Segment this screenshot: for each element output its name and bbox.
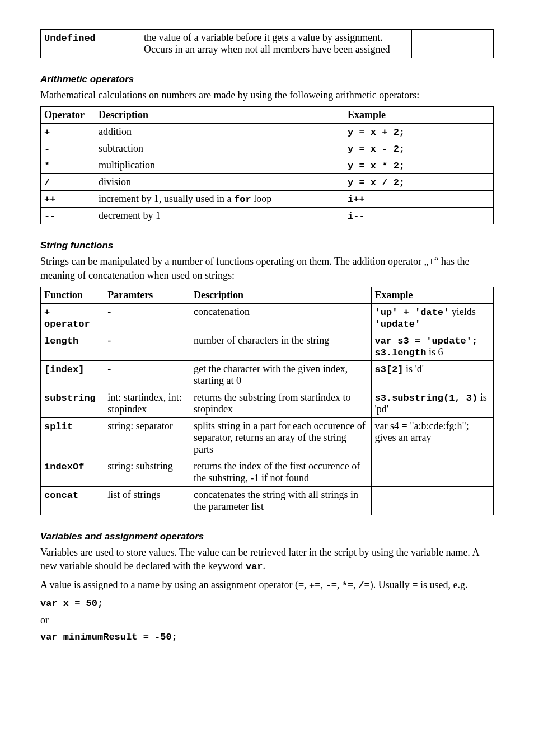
function-params: string: substring [104,458,190,486]
type-name: Undefined [44,33,96,44]
function-desc: get the character with the given index, … [190,360,371,389]
operator: - [44,144,50,154]
function-name: length [44,336,78,346]
table-row: [index] - get the character with the giv… [41,360,494,389]
function-desc: returns the index of the first occurence… [190,458,371,486]
table-row: - subtraction y = x - 2; [41,140,494,157]
function-name: + operator [44,307,90,330]
table-row: concat list of strings concatenates the … [41,486,494,515]
function-example [371,486,493,515]
operator: / [44,177,50,188]
function-params: list of strings [104,486,190,515]
function-example: 'up' + 'date' yields 'update' [371,303,493,332]
code-example-1: var x = 50; [40,598,494,609]
table-row: indexOf string: substring returns the in… [41,458,494,486]
table-row: length - number of characters in the str… [41,332,494,360]
table-header-row: Function Paramters Description Example [41,287,494,303]
string-functions-intro: Strings can be manipulated by a number o… [40,255,494,282]
operator-desc: multiplication [95,157,344,174]
string-functions-table: Function Paramters Description Example +… [40,287,494,515]
operator-desc: subtraction [95,140,344,157]
arithmetic-intro: Mathematical calculations on numbers are… [40,88,494,102]
col-description: Description [190,287,371,303]
operator-example: i-- [348,211,365,222]
operator: + [44,127,50,138]
col-parameters: Paramters [104,287,190,303]
or-text: or [40,614,494,626]
code-example-2: var minimumResult = -50; [40,632,494,642]
function-example: s3.substring(1, 3) is 'pd' [371,389,493,417]
operator-example: y = x + 2; [348,127,405,138]
operator: ++ [44,194,55,205]
function-name: [index] [44,364,84,375]
function-params: - [104,360,190,389]
function-example [371,458,493,486]
string-functions-heading: String functions [40,240,494,251]
table-row: / division y = x / 2; [41,174,494,191]
table-row: + addition y = x + 2; [41,124,494,140]
operator-example: y = x - 2; [348,144,405,154]
operator: -- [44,211,55,222]
function-name: split [44,421,73,432]
col-description: Description [95,107,344,124]
table-row: -- decrement by 1 i-- [41,208,494,224]
function-name: substring [44,393,96,403]
function-params: - [104,332,190,360]
function-example: var s3 = 'update'; s3.length is 6 [371,332,493,360]
col-function: Function [41,287,104,303]
arithmetic-heading: Arithmetic operators [40,74,494,85]
function-desc: splits string in a part for each occuren… [190,417,371,458]
table-row: substring int: startindex, int: stopinde… [41,389,494,417]
table-row: ++ increment by 1, usually used in a for… [41,191,494,208]
function-name: indexOf [44,462,84,472]
col-example: Example [371,287,493,303]
function-desc: concatenation [190,303,371,332]
col-example: Example [344,107,494,124]
operator-desc: increment by 1, usually used in a for lo… [95,191,344,208]
variables-paragraph-1: Variables are used to store values. The … [40,546,494,574]
function-example: var s4 = "a:b:cde:fg:h"; gives an array [371,417,493,458]
function-params: - [104,303,190,332]
function-desc: returns the substring from startindex to… [190,389,371,417]
table-header-row: Operator Description Example [41,107,494,124]
type-desc: the value of a variable before it gets a… [140,30,411,58]
operator: * [44,161,50,171]
operator-example: y = x / 2; [348,177,405,188]
function-desc: concatenates the string with all strings… [190,486,371,515]
operator-desc: decrement by 1 [95,208,344,224]
undefined-table: Undefined the value of a variable before… [40,29,494,58]
function-params: int: startindex, int: stopindex [104,389,190,417]
function-example: s3[2] is 'd' [371,360,493,389]
type-extra [412,30,494,58]
variables-paragraph-2: A value is assigned to a name by using a… [40,578,494,593]
table-row: + operator - concatenation 'up' + 'date'… [41,303,494,332]
function-desc: number of characters in the string [190,332,371,360]
table-row: split string: separator splits string in… [41,417,494,458]
function-params: string: separator [104,417,190,458]
operator-example: i++ [348,194,365,205]
operator-example: y = x * 2; [348,161,405,171]
table-row: * multiplication y = x * 2; [41,157,494,174]
table-row: Undefined the value of a variable before… [41,30,494,58]
operator-desc: addition [95,124,344,140]
operator-desc: division [95,174,344,191]
function-name: concat [44,490,78,501]
variables-heading: Variables and assignment operators [40,531,494,542]
arithmetic-table: Operator Description Example + addition … [40,106,494,224]
col-operator: Operator [41,107,95,124]
